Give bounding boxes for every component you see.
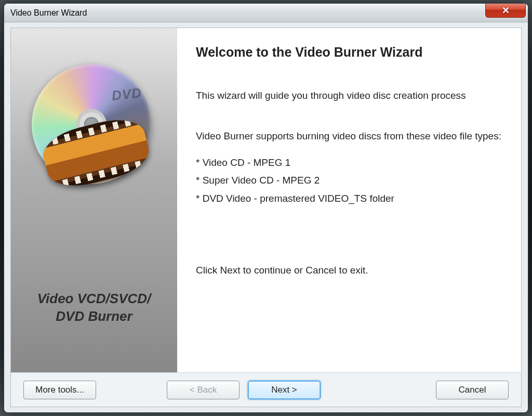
titlebar[interactable]: Video Burner Wizard ✕ xyxy=(4,4,528,22)
cancel-button[interactable]: Cancel xyxy=(436,381,509,399)
format-item: * DVD Video - premastered VIDEO_TS folde… xyxy=(196,191,502,206)
window-title: Video Burner Wizard xyxy=(10,8,87,18)
main-panel: Welcome to the Video Burner Wizard This … xyxy=(177,28,521,372)
back-button: < Back xyxy=(167,381,240,399)
format-item: * Video CD - MPEG 1 xyxy=(196,155,502,171)
continue-hint: Click Next to continue or Cancel to exit… xyxy=(196,263,502,278)
intro-text: This wizard will guide you through video… xyxy=(196,88,502,103)
wizard-footer: More tools... < Back Next > Cancel xyxy=(11,372,521,407)
next-button[interactable]: Next > xyxy=(248,381,321,399)
format-item: * Super Video CD - MPEG 2 xyxy=(196,173,502,188)
content-row: DVD Video VCD/SVCD/ DVD Burner Welcome t… xyxy=(11,28,521,372)
dvd-label: DVD xyxy=(111,85,143,104)
page-heading: Welcome to the Video Burner Wizard xyxy=(196,43,502,62)
side-panel: DVD Video VCD/SVCD/ DVD Burner xyxy=(11,28,177,372)
close-icon: ✕ xyxy=(502,5,510,16)
format-list: * Video CD - MPEG 1 * Super Video CD - M… xyxy=(196,155,502,206)
client-area: DVD Video VCD/SVCD/ DVD Burner Welcome t… xyxy=(10,28,522,407)
supports-intro: Video Burner supports burning video disc… xyxy=(196,129,502,144)
side-caption: Video VCD/SVCD/ DVD Burner xyxy=(32,290,156,326)
side-caption-line1: Video VCD/SVCD/ xyxy=(37,290,151,308)
more-tools-button[interactable]: More tools... xyxy=(23,381,96,399)
wizard-window: Video Burner Wizard ✕ DVD Video VCD/SVCD… xyxy=(4,3,528,413)
side-caption-line2: DVD Burner xyxy=(37,308,151,326)
close-button[interactable]: ✕ xyxy=(485,3,526,18)
wizard-graphic: DVD xyxy=(32,64,156,189)
